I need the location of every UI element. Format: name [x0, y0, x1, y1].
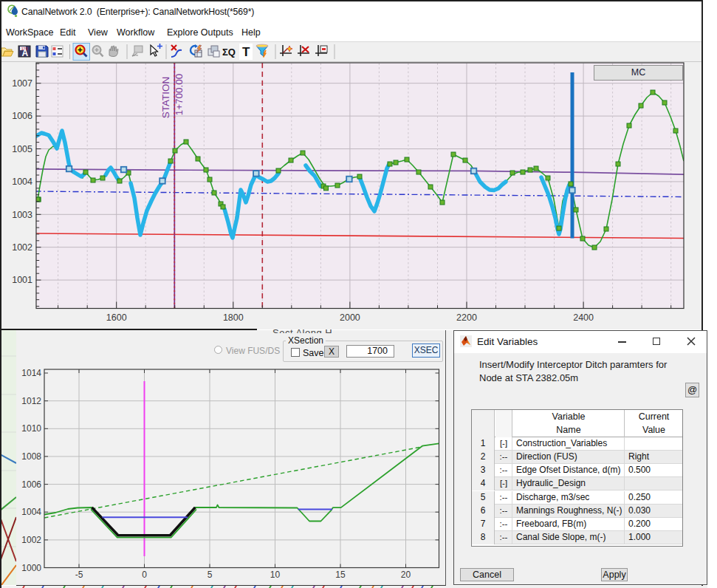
svg-text:1008: 1008	[21, 451, 41, 462]
svg-text:15: 15	[335, 570, 346, 580]
svg-text:1002: 1002	[12, 242, 32, 253]
svg-text:1600: 1600	[106, 312, 127, 323]
svg-text:A: A	[22, 48, 29, 58]
svg-text:2400: 2400	[573, 312, 594, 323]
svg-text:1800: 1800	[223, 312, 244, 323]
svg-text:T: T	[242, 45, 250, 59]
svg-text:1006: 1006	[21, 479, 41, 490]
svg-text:1004: 1004	[21, 507, 41, 517]
svg-text:1002: 1002	[21, 535, 41, 545]
svg-text:1003: 1003	[12, 210, 32, 220]
svg-text:ΣQ: ΣQ	[222, 47, 236, 58]
svg-text:5: 5	[207, 570, 213, 580]
svg-text:1000: 1000	[21, 563, 41, 573]
svg-text:1007: 1007	[12, 78, 32, 89]
svg-text:1006: 1006	[12, 111, 32, 121]
svg-text:-5: -5	[75, 570, 83, 580]
svg-text:1005: 1005	[12, 144, 32, 154]
svg-text:10: 10	[270, 570, 281, 580]
svg-text:1004: 1004	[12, 177, 32, 187]
svg-text:1014: 1014	[21, 368, 41, 378]
svg-text:1012: 1012	[21, 396, 41, 406]
svg-text:STATION: STATION	[160, 77, 171, 119]
svg-text:20: 20	[401, 570, 411, 580]
svg-text:1+700.00: 1+700.00	[174, 74, 185, 116]
svg-text:1001: 1001	[12, 275, 32, 285]
svg-text:1010: 1010	[21, 423, 41, 434]
svg-text:2000: 2000	[340, 312, 360, 323]
svg-text:0: 0	[142, 570, 147, 580]
svg-text:2200: 2200	[456, 312, 477, 323]
